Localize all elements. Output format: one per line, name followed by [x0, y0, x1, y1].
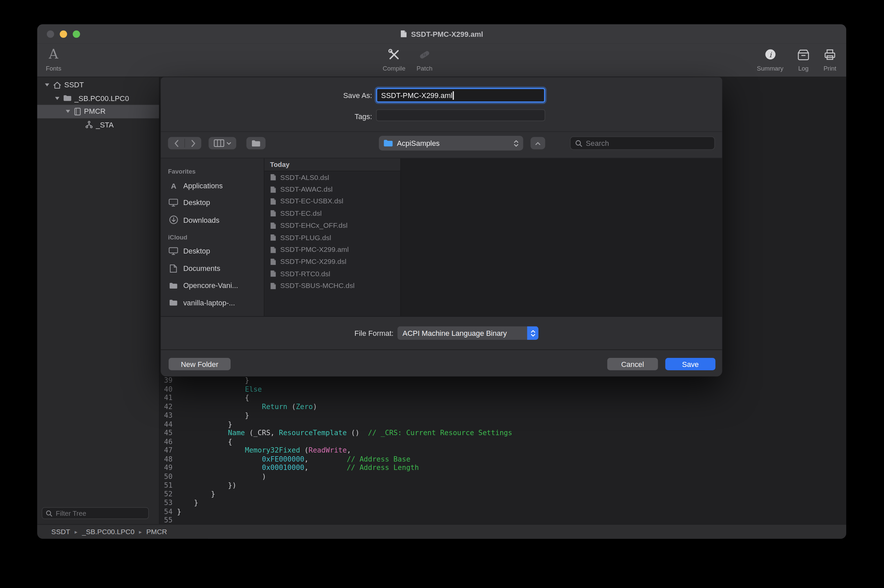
file-row[interactable]: SSDT-PMC-X299.dsl — [264, 256, 400, 268]
line-number: 51 — [161, 481, 172, 489]
line-number: 40 — [161, 385, 172, 393]
code-line: 50 ) — [161, 472, 846, 481]
file-format-value: ACPI Machine Language Binary — [398, 329, 527, 337]
file-icon — [270, 186, 276, 193]
forward-button[interactable] — [185, 137, 201, 149]
popup-stepper — [527, 327, 538, 340]
desktop-icon — [168, 199, 179, 207]
file-name: SSDT-PMC-X299.aml — [280, 246, 349, 254]
sidebar-location-item[interactable]: Opencore-Vani... — [167, 277, 264, 294]
code-line: 45 Name (_CRS, ResourceTemplate () // _C… — [161, 429, 846, 437]
svg-text:A: A — [171, 182, 176, 190]
locations-sidebar: FavoritesAApplicationsDesktopDownloadsiC… — [161, 158, 264, 316]
save-button[interactable]: Save — [665, 358, 715, 370]
window-title: SSDT-PMC-X299.aml — [37, 24, 846, 43]
back-button[interactable] — [168, 137, 185, 149]
location-value: AcpiSamples — [397, 139, 510, 147]
sidebar-location-item[interactable]: Desktop — [167, 243, 264, 260]
file-row[interactable]: SSDT-SBUS-MCHC.dsl — [264, 280, 400, 292]
file-list-column: Today SSDT-ALS0.dslSSDT-AWAC.dslSSDT-EC-… — [264, 158, 401, 316]
tree-item[interactable]: _SB.PC00.LPC0 — [37, 92, 159, 105]
new-folder-button[interactable]: New Folder — [169, 358, 231, 370]
location-label: Applications — [183, 181, 223, 190]
tree-item-label: PMCR — [84, 107, 106, 116]
toolbar: A Fonts Compile Patch i Summary — [37, 44, 846, 77]
patch-label: Patch — [417, 65, 432, 72]
line-number: 48 — [161, 454, 172, 463]
printer-icon — [823, 48, 836, 60]
file-icon — [270, 246, 276, 254]
file-list: SSDT-ALS0.dslSSDT-AWAC.dslSSDT-EC-USBX.d… — [264, 171, 400, 292]
patch-button[interactable]: Patch — [404, 45, 445, 72]
screen: SSDT-PMC-X299.aml A Fonts Compile Patch — [0, 0, 884, 588]
file-row[interactable]: SSDT-PLUG.dsl — [264, 231, 400, 243]
breadcrumb-separator: ▸ — [75, 529, 77, 535]
sidebar-location-item[interactable]: Desktop — [167, 194, 264, 211]
file-format-popup[interactable]: ACPI Machine Language Binary — [398, 327, 538, 340]
location-popup[interactable]: AcpiSamples — [379, 136, 523, 150]
line-number: 54 — [161, 507, 172, 516]
tree-item[interactable]: PMCR — [37, 105, 159, 118]
text-caret — [453, 91, 454, 99]
line-number: 45 — [161, 429, 172, 437]
disclosure-triangle-icon[interactable] — [54, 96, 60, 100]
fonts-icon: A — [49, 48, 58, 61]
code-line: 55 — [161, 516, 846, 524]
file-row[interactable]: SSDT-EHCx_OFF.dsl — [264, 219, 400, 231]
save-dialog: Save As: SSDT-PMC-X299.aml Tags: — [161, 77, 722, 376]
file-row[interactable]: SSDT-AWAC.dsl — [264, 183, 400, 195]
print-button[interactable]: Print — [810, 45, 846, 72]
tree-item[interactable]: _STA — [37, 118, 159, 132]
location-label: Downloads — [183, 216, 219, 224]
file-icon — [270, 198, 276, 205]
sidebar-location-item[interactable]: Documents — [167, 260, 264, 277]
print-label: Print — [824, 65, 836, 72]
file-row[interactable]: SSDT-EC-USBX.dsl — [264, 195, 400, 207]
tags-input[interactable] — [376, 110, 545, 121]
file-row[interactable]: SSDT-PMC-X299.aml — [264, 243, 400, 255]
fonts-label: Fonts — [46, 65, 61, 72]
location-label: Desktop — [183, 247, 210, 255]
code-line: 42 Return (Zero) — [161, 402, 846, 411]
summary-label: Summary — [757, 65, 783, 72]
file-icon — [270, 234, 276, 242]
code-line: 41 { — [161, 393, 846, 402]
sidebar-location-item[interactable]: AApplications — [167, 177, 264, 194]
log-icon — [797, 48, 810, 60]
sidebar-location-item[interactable]: vanilla-laptop-... — [167, 294, 264, 311]
acpi-tree: SSDT_SB.PC00.LPC0PMCR_STA — [37, 78, 159, 131]
fonts-toolbar-item[interactable]: A Fonts — [37, 45, 74, 72]
file-icon — [270, 174, 276, 181]
filter-tree-field[interactable]: Filter Tree — [42, 507, 149, 519]
tree-item[interactable]: SSDT — [37, 78, 159, 92]
file-name: SSDT-ALS0.dsl — [280, 173, 329, 181]
search-field[interactable]: Search — [570, 136, 715, 150]
folder-icon — [252, 140, 261, 147]
folder-action-button[interactable] — [246, 137, 265, 149]
sidebar-location-item[interactable]: Downloads — [167, 212, 264, 228]
filter-placeholder: Filter Tree — [56, 509, 86, 517]
parent-folder-button[interactable] — [531, 137, 545, 149]
disclosure-triangle-icon[interactable] — [65, 110, 71, 113]
file-name: SSDT-AWAC.dsl — [280, 185, 332, 194]
save-as-input[interactable]: SSDT-PMC-X299.aml — [376, 88, 545, 103]
folder-icon — [168, 299, 179, 306]
line-number: 50 — [161, 472, 172, 481]
file-row[interactable]: SSDT-ALS0.dsl — [264, 171, 400, 183]
tree-sidebar: SSDT_SB.PC00.LPC0PMCR_STA Filter Tree — [37, 77, 160, 524]
view-mode-button[interactable] — [209, 137, 236, 149]
file-row[interactable]: SSDT-EC.dsl — [264, 207, 400, 219]
save-as-label: Save As: — [161, 91, 372, 100]
sidebar-group-header: Favorites — [168, 168, 264, 175]
code-line: 43 } — [161, 411, 846, 419]
line-number: 44 — [161, 419, 172, 428]
cancel-button[interactable]: Cancel — [607, 358, 658, 370]
file-row[interactable]: SSDT-RTC0.dsl — [264, 268, 400, 280]
titlebar[interactable]: SSDT-PMC-X299.aml — [37, 24, 846, 43]
location-label: Desktop — [183, 199, 210, 207]
downloads-icon — [168, 215, 179, 224]
line-number: 55 — [161, 516, 172, 524]
desktop-icon — [168, 247, 179, 255]
line-number: 52 — [161, 489, 172, 498]
disclosure-triangle-icon[interactable] — [44, 83, 50, 87]
